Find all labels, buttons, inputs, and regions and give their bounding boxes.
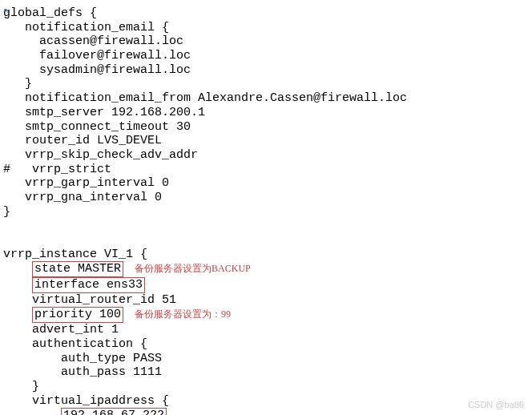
notification-email-close: } [3, 77, 529, 91]
email-3: sysadmin@firewall.loc [3, 63, 529, 78]
vrrp-instance-open: vrrp_instance VI_1 { [3, 248, 529, 262]
blank-line-1 [3, 219, 529, 233]
authentication-close: } [3, 380, 529, 394]
priority-highlight: priority 100 [32, 307, 123, 323]
auth-pass: auth_pass 1111 [3, 365, 529, 380]
state-line: state MASTER备份服务器设置为BACKUP [3, 261, 529, 277]
priority-line: priority 100备份服务器设置为：99 [3, 307, 529, 323]
config-text-block: global_defs { notification_email { acass… [3, 6, 529, 415]
smtp-connect-timeout: smtp_connect_timeout 30 [3, 120, 529, 135]
auth-type: auth_type PASS [3, 352, 529, 366]
email-1: acassen@firewall.loc [3, 34, 529, 49]
blank-line-2 [3, 233, 529, 248]
virtual-router-id: virtual_router_id 51 [3, 293, 529, 308]
vip-highlight: 192.168.67.222 [61, 408, 167, 415]
notification-email-open: notification_email { [3, 21, 529, 35]
smtp-server: smtp_server 192.168.200.1 [3, 106, 529, 120]
virtual-ipaddress-open: virtual_ipaddress { [3, 394, 529, 409]
global-defs-open: global_defs { [3, 6, 529, 21]
notification-email-from: notification_email_from Alexandre.Cassen… [3, 91, 529, 106]
vrrp-strict-commented: # vrrp_strict [3, 163, 529, 177]
authentication-open: authentication { [3, 337, 529, 352]
router-id: router_id LVS_DEVEL [3, 134, 529, 148]
vip-line: 192.168.67.222 [3, 408, 529, 415]
global-defs-close: } [3, 205, 529, 220]
cursor-icon: ↖ [3, 5, 9, 16]
interface-highlight: interface ens33 [32, 277, 145, 293]
priority-annotation: 备份服务器设置为：99 [135, 308, 231, 320]
vrrp-skip-check: vrrp_skip_check_adv_addr [3, 148, 529, 163]
advert-int: advert_int 1 [3, 323, 529, 337]
state-annotation: 备份服务器设置为BACKUP [135, 263, 251, 274]
vrrp-gna-interval: vrrp_gna_interval 0 [3, 191, 529, 205]
email-2: failover@firewall.loc [3, 49, 529, 63]
watermark: CSDN @ba86 [468, 400, 524, 410]
state-highlight: state MASTER [32, 261, 123, 277]
vrrp-garp-interval: vrrp_garp_interval 0 [3, 176, 529, 191]
interface-line: interface ens33 [3, 277, 529, 293]
